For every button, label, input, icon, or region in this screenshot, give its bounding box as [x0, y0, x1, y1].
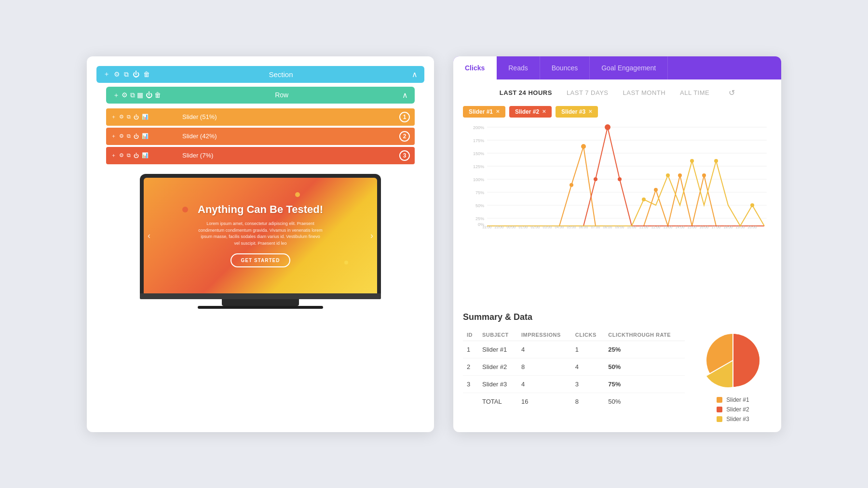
power-s3-icon[interactable]: ⏻ [134, 153, 139, 158]
filter-tag-slider2[interactable]: Slider #2 ✕ [509, 106, 552, 118]
row3-rate: 75% [604, 375, 685, 393]
summary-table-wrap: ID SUBJECT IMPRESSIONS CLICKS CLICKTHROU… [463, 329, 685, 422]
slider3-icons: ＋ ⚙ ⧉ ⏻ 📊 [111, 152, 149, 159]
power-icon[interactable]: ⏻ [133, 70, 139, 78]
chart-area: 200% 175% 150% 125% 100% 75% 50% 25% 0% [453, 122, 781, 307]
filter-tag-slider1[interactable]: Slider #1 ✕ [463, 106, 505, 118]
grid-icon[interactable]: ▦ [137, 91, 143, 99]
slider-row-1[interactable]: ＋ ⚙ ⧉ ⏻ 📊 Slider (51%) 1 [106, 108, 415, 126]
trash-icon[interactable]: 🗑 [143, 70, 150, 78]
reset-button[interactable]: ↺ [729, 88, 735, 97]
pie-chart-wrap: Slider #1 Slider #2 Slider #3 [694, 329, 772, 422]
point-s1-2 [570, 183, 573, 187]
add-s2-icon[interactable]: ＋ [111, 132, 116, 140]
svg-text:06:00: 06:00 [579, 225, 588, 228]
copy-s2-icon[interactable]: ⧉ [127, 133, 131, 139]
legend-label-1: Slider #1 [726, 396, 749, 403]
legend-item-3: Slider #3 [717, 416, 749, 422]
tabs-bar: Clicks Reads Bounces Goal Engagement [453, 56, 781, 79]
slider-row-3[interactable]: ＋ ⚙ ⧉ ⏻ 📊 Slider (7%) 3 [106, 147, 415, 164]
tab-clicks[interactable]: Clicks [453, 56, 497, 79]
point-s3-peak [690, 159, 694, 163]
chevron-up-icon[interactable]: ∧ [412, 70, 418, 79]
filter-last24h[interactable]: LAST 24 HOURS [500, 89, 552, 96]
laptop-stand [222, 299, 299, 306]
row3-id: 3 [463, 375, 478, 393]
point-s1-3 [654, 188, 658, 192]
add-icon[interactable]: ＋ [103, 70, 110, 79]
table-header-row: ID SUBJECT IMPRESSIONS CLICKS CLICKTHROU… [463, 329, 685, 341]
chart-s1-icon[interactable]: 📊 [142, 114, 149, 120]
tab-reads[interactable]: Reads [497, 56, 540, 79]
total-impressions: 16 [517, 393, 571, 410]
add-row-icon[interactable]: ＋ [113, 91, 120, 99]
power-s1-icon[interactable]: ⏻ [134, 114, 139, 120]
row3-subject: Slider #3 [478, 375, 517, 393]
copy-s1-icon[interactable]: ⧉ [127, 114, 131, 120]
legend-dot-3 [717, 416, 722, 422]
svg-text:14:00: 14:00 [676, 225, 685, 228]
tag2-close-icon[interactable]: ✕ [542, 109, 546, 114]
svg-text:200%: 200% [473, 125, 484, 130]
nav-prev-arrow[interactable]: ‹ [148, 230, 150, 240]
row-bar-icons: ＋ ⚙ ⧉ ▦ ⏻ 🗑 [113, 91, 161, 100]
gear-s1-icon[interactable]: ⚙ [119, 114, 124, 120]
svg-text:05:00: 05:00 [567, 225, 576, 228]
row-title: Row [161, 91, 402, 99]
svg-text:10:00: 10:00 [627, 225, 637, 228]
trash-row-icon[interactable]: 🗑 [154, 91, 161, 99]
total-label: TOTAL [478, 393, 517, 410]
section-title: Section [150, 70, 412, 79]
svg-text:25%: 25% [475, 216, 484, 221]
filter-alltime[interactable]: ALL TIME [680, 89, 709, 96]
slider3-label: Slider (7%) [153, 152, 399, 159]
copy-row-icon[interactable]: ⧉ [130, 91, 135, 99]
slider-row-2[interactable]: ＋ ⚙ ⧉ ⏻ 📊 Slider (42%) 2 [106, 128, 415, 145]
nav-next-arrow[interactable]: › [370, 230, 373, 240]
section-bar-icons: ＋ ⚙ ⧉ ⏻ 🗑 [103, 70, 150, 79]
row-bar: ＋ ⚙ ⧉ ▦ ⏻ 🗑 Row ∧ [106, 87, 415, 104]
point-s1-5 [702, 173, 706, 177]
filter-tag-slider3[interactable]: Slider #3 ✕ [556, 106, 598, 118]
row2-rate: 50% [604, 358, 685, 375]
power-s2-icon[interactable]: ⏻ [134, 133, 139, 139]
filter-last7days[interactable]: LAST 7 DAYS [567, 89, 609, 96]
laptop-cta-button[interactable]: GET STARTED [231, 253, 291, 267]
gear-s2-icon[interactable]: ⚙ [119, 133, 124, 139]
line-slider2 [487, 127, 764, 226]
laptop-foot [198, 306, 323, 309]
svg-text:00:00: 00:00 [507, 225, 516, 228]
summary-layout: ID SUBJECT IMPRESSIONS CLICKS CLICKTHROU… [463, 329, 772, 422]
gear-icon[interactable]: ⚙ [114, 70, 120, 78]
right-panel: Clicks Reads Bounces Goal Engagement LAS… [453, 56, 781, 432]
row-chevron-icon[interactable]: ∧ [402, 91, 408, 100]
table-row: 1 Slider #1 4 1 25% [463, 341, 685, 358]
laptop-headline: Anything Can Be Tested! [198, 203, 323, 216]
tab-bounces[interactable]: Bounces [540, 56, 590, 79]
chart-s3-icon[interactable]: 📊 [142, 152, 149, 158]
add-s3-icon[interactable]: ＋ [111, 152, 116, 159]
tag3-close-icon[interactable]: ✕ [588, 109, 592, 114]
laptop-screen-content: Anything Can Be Tested! Lorem ipsum amet… [188, 194, 333, 277]
tag1-close-icon[interactable]: ✕ [496, 109, 500, 114]
slider2-tag-label: Slider #2 [515, 108, 539, 115]
col-rate: CLICKTHROUGH RATE [604, 329, 685, 341]
row1-clicks: 1 [571, 341, 604, 358]
legend-item-2: Slider #2 [717, 406, 749, 413]
copy-icon[interactable]: ⧉ [124, 70, 129, 79]
gear-s3-icon[interactable]: ⚙ [119, 152, 124, 158]
svg-text:02:00: 02:00 [531, 225, 540, 228]
copy-s3-icon[interactable]: ⧉ [127, 152, 131, 158]
total-clicks: 8 [571, 393, 604, 410]
gear-row-icon[interactable]: ⚙ [122, 91, 128, 99]
filter-lastmonth[interactable]: LAST MONTH [623, 89, 666, 96]
slider1-icons: ＋ ⚙ ⧉ ⏻ 📊 [111, 113, 149, 120]
point-s3-2 [666, 173, 670, 177]
chart-s2-icon[interactable]: 📊 [142, 133, 149, 139]
power-row-icon[interactable]: ⏻ [146, 91, 152, 99]
add-s1-icon[interactable]: ＋ [111, 113, 116, 120]
tab-goal-engagement[interactable]: Goal Engagement [590, 56, 668, 79]
row3-clicks: 3 [571, 375, 604, 393]
svg-text:100%: 100% [473, 177, 484, 182]
row1-id: 1 [463, 341, 478, 358]
